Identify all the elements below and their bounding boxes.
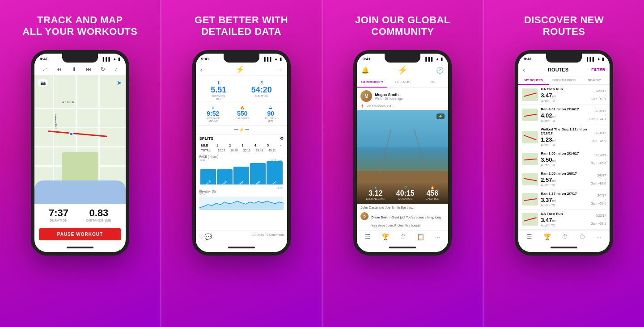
navigation-arrow[interactable]: ➤ xyxy=(117,79,122,86)
wifi-icon: ▲ xyxy=(113,57,117,61)
pause-icon[interactable]: ⏸ xyxy=(71,66,76,72)
list-item[interactable]: Ran 3.37 mi on 2/7/17 3.37mi Austin, TX … xyxy=(518,189,610,210)
filter-button[interactable]: FILTER xyxy=(591,67,605,72)
shuffle-icon[interactable]: ⇌ xyxy=(42,66,47,72)
duration-lbl: DURATION xyxy=(251,95,272,97)
status-icons-2: ▌▌▌ ▲ ▮ xyxy=(264,57,282,61)
commenter-name: Diane Smith xyxy=(371,216,389,219)
status-time-4: 9:41 xyxy=(524,57,532,61)
list-item[interactable]: Ran 4.01 mi on 2/16/17 4.02mi Austin, TX… xyxy=(518,105,610,125)
tab-community[interactable]: COMMUNITY xyxy=(357,77,387,88)
ua-logo-2: ⚡ xyxy=(236,65,244,74)
tab-me[interactable]: ME xyxy=(418,77,448,88)
route-info: Ran 4.01 mi on 2/16/17 4.02mi Austin, TX xyxy=(541,107,586,122)
tab-nearby[interactable]: NEARBY xyxy=(579,76,610,85)
bell-icon[interactable]: 🔔 xyxy=(361,67,369,74)
back-icon-2[interactable]: ‹ xyxy=(200,66,203,73)
wifi-icon-2: ▲ xyxy=(274,57,278,61)
duration-val: 54:20 xyxy=(251,85,272,95)
p3-tabs: COMMUNITY FRIENDS ME xyxy=(357,77,448,88)
elevation-section: Elevation (ft) 505.4 xyxy=(199,190,284,210)
trophy-icon-4[interactable]: 🏆 xyxy=(543,233,551,240)
ua-logo-center: — ⚡ — xyxy=(196,126,287,134)
panel-4: DISCOVER NEW ROUTES 9:41 ▌▌▌ ▲ ▮ ‹ ROUTE… xyxy=(483,0,644,327)
chevron-right-icon: › xyxy=(591,177,606,182)
settings-icon[interactable]: ⚙ xyxy=(280,136,284,141)
repeat-icon[interactable]: ↻ xyxy=(101,66,105,72)
phone-notch-3 xyxy=(385,54,420,63)
battery-icon-2: ▮ xyxy=(280,57,282,61)
route-info: Ran 2.55 mi on 2/8/17 2.57mi Austin, TX xyxy=(541,172,588,187)
pace-chart-label: PACE (min/mi) xyxy=(199,155,284,158)
feed-icon[interactable]: ☰ xyxy=(365,233,371,240)
clipboard-icon[interactable]: 📋 xyxy=(417,233,424,240)
bottom-metrics: ⬆ 9:52 AVG PACE (MIN/MI) 🔥 550 CALORIES … xyxy=(196,103,287,126)
tab-bookmarked[interactable]: BOOKMARKED xyxy=(549,76,579,85)
next-icon[interactable]: ⏭ xyxy=(86,66,91,72)
route-thumb xyxy=(522,193,538,205)
wifi-icon-3: ▲ xyxy=(435,57,439,61)
splits-title: SPLITS ⚙ xyxy=(199,136,284,141)
panel-4-title: DISCOVER NEW ROUTES xyxy=(524,14,604,39)
list-icon-4[interactable]: ☰ xyxy=(526,233,532,240)
history-icon[interactable]: 🕐 xyxy=(436,67,444,74)
bar-4: 9:39 xyxy=(250,163,266,184)
music-icon[interactable]: ♪ xyxy=(114,66,117,72)
distance-value: 0.83 xyxy=(86,207,111,219)
tab-friends[interactable]: FRIENDS xyxy=(387,77,418,88)
bar-2: 10:08 xyxy=(217,169,233,184)
pause-workout-button[interactable]: PAUSE WORKOUT xyxy=(39,228,121,240)
comment-icon[interactable]: 💬 xyxy=(204,233,212,240)
signal-icon-3: ▌▌▌ xyxy=(425,57,434,61)
clock-icon-4[interactable]: ⏱ xyxy=(562,233,568,240)
battery-icon: ▮ xyxy=(118,57,120,61)
elevation-chart xyxy=(199,197,284,210)
phone-3-content: 🔔 ⚡ 🕐 COMMUNITY FRIENDS ME M Megan Smith… xyxy=(357,63,448,243)
water xyxy=(34,180,126,204)
clock-icon[interactable]: ⏱ xyxy=(400,233,406,240)
more-icon-3[interactable]: ··· xyxy=(435,233,441,240)
home-indicator-2 xyxy=(228,247,255,248)
battery-icon-4: ▮ xyxy=(602,57,604,61)
route-meta: 2/8/17 › Gain +82.0 xyxy=(591,174,606,185)
p3-header: 🔔 ⚡ 🕐 xyxy=(357,63,448,77)
chevron-right-icon: › xyxy=(591,134,606,139)
phone-1: 9:41 ▌▌▌ ▲ ▮ ⇌ ⏮ ⏸ ⏭ ↻ ♪ xyxy=(31,50,129,256)
trophy-icon[interactable]: 🏆 xyxy=(381,233,389,240)
list-item[interactable]: Walked The Dog 1.22 mi on 2/16/17 1.23mi… xyxy=(518,125,610,149)
route-thumb xyxy=(522,131,538,143)
gain-metric: ⛰ 90 EL. GAIN (FT) xyxy=(265,106,276,122)
more-icon-2[interactable]: ··· xyxy=(278,67,283,73)
list-item[interactable]: Ran 2.55 mi on 2/8/17 2.57mi Austin, TX … xyxy=(518,169,610,189)
route-info: Ran 3.37 mi on 2/7/17 3.37mi Austin, TX xyxy=(541,192,588,207)
heart-icon[interactable]: ♡ xyxy=(199,233,204,240)
route-info: Ran 3.50 mi on 2/14/17 3.50mi Austin, TX xyxy=(541,151,588,167)
routes-title: ROUTES xyxy=(548,67,568,72)
route-thumb xyxy=(522,213,538,226)
pace-val: 9:52 xyxy=(206,110,220,117)
home-bar-4 xyxy=(518,243,610,252)
road-h1 xyxy=(34,108,126,109)
list-item[interactable]: Ran 3.50 mi on 2/14/17 3.50mi Austin, TX… xyxy=(518,149,610,169)
splits-section: SPLITS ⚙ MILE 1 2 3 4 5 › xyxy=(196,134,287,230)
clock2-icon-4[interactable]: ⏱ xyxy=(579,233,585,240)
road-label: W 11th St xyxy=(62,101,74,104)
duration-label: DURATION xyxy=(49,219,68,222)
list-item[interactable]: UA Taco Run 3.47mi Austin, TX 2/23/17 › … xyxy=(518,85,610,105)
more-icon-4[interactable]: ··· xyxy=(596,233,602,240)
back-icon-4[interactable]: ‹ xyxy=(523,66,525,73)
calories-val: 550 xyxy=(236,110,249,117)
list-item[interactable]: UA Taco Run 3.47mi Austin, TX 2/23/17 › … xyxy=(518,210,610,230)
post-user-info: Megan Smith Walk · 16 hours ago xyxy=(375,92,445,100)
post-stats-overlay: ▲ 3.12 DISTANCE (MI) ⏱ 40:15 DURATION 🔥 … xyxy=(357,182,448,204)
post-location: 📍 San Francisco, CA xyxy=(357,105,448,110)
phone-1-content: ⇌ ⏮ ⏸ ⏭ ↻ ♪ xyxy=(34,63,126,243)
camera-button[interactable]: 📷 xyxy=(38,79,48,87)
post-likes: John Dasta and Joe Smith like this. xyxy=(357,204,448,211)
calories-metric: 🔥 550 CALORIES xyxy=(236,106,249,122)
p2-header: ‹ ⚡ ··· xyxy=(196,63,287,76)
tab-my-routes[interactable]: MY ROUTES xyxy=(518,76,549,85)
gain-val: 90 xyxy=(265,110,276,117)
prev-icon[interactable]: ⏮ xyxy=(56,66,62,72)
status-time-3: 9:41 xyxy=(362,57,370,61)
